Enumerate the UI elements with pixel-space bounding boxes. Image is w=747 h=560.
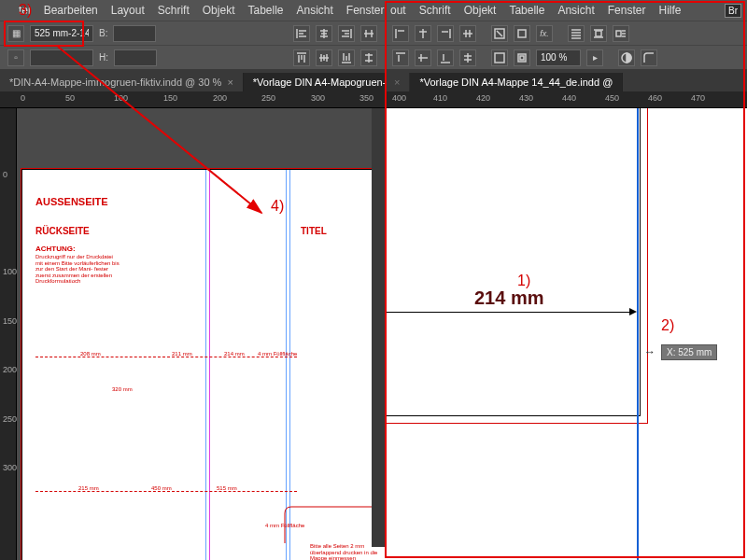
annotation-number: 2) xyxy=(661,317,674,334)
menu-item[interactable]: Objekt xyxy=(203,4,235,17)
wrap-icon[interactable] xyxy=(613,25,629,42)
valign-icon[interactable] xyxy=(392,49,409,66)
guide[interactable] xyxy=(205,170,206,560)
fit-icon[interactable] xyxy=(491,49,508,66)
width-label: B: xyxy=(99,28,107,38)
scrollbar-vertical[interactable] xyxy=(372,108,385,547)
page-note: Druckzugriff nur der Druckdatei mit eine… xyxy=(35,254,120,285)
align-icon[interactable] xyxy=(415,25,431,42)
opacity-icon[interactable] xyxy=(618,49,635,66)
arrowhead-icon xyxy=(629,308,637,315)
menu-item[interactable]: Fenster xyxy=(608,4,646,17)
zoom-input[interactable] xyxy=(536,49,581,66)
menu-item[interactable]: Schrift xyxy=(419,4,451,17)
coordinate-tooltip: X: 525 mm xyxy=(661,344,717,360)
move-cursor-icon: ↔ xyxy=(644,345,655,358)
canvas-right[interactable]: 214 mm ↔ X: 525 mm xyxy=(385,108,747,560)
canvas-left[interactable]: 0 100 150 200 250 300 AUSSENSEITE RÜCKS xyxy=(0,108,385,560)
control-bar-row2: ▫ H: xyxy=(0,45,385,69)
control-bar-row1-right: fx. xyxy=(385,21,747,45)
align-center-icon[interactable] xyxy=(316,25,332,42)
valign-icon[interactable] xyxy=(415,49,431,66)
dist-icon[interactable] xyxy=(459,25,476,42)
menu-item[interactable]: out xyxy=(390,4,406,17)
menu-item[interactable]: Ansicht xyxy=(297,4,333,17)
annotation-number: 3) xyxy=(19,2,32,19)
page-label: ACHTUNG: xyxy=(35,245,76,253)
menu-item[interactable]: Ansicht xyxy=(557,4,594,17)
document-tabs-left: *DIN-A4-Mappe-immogruen-fiktiv.indd @ 30… xyxy=(0,69,385,91)
bleed-frame xyxy=(21,168,385,171)
width-input[interactable] xyxy=(113,25,156,42)
ref-icon[interactable]: ▫ xyxy=(7,49,24,66)
guide[interactable] xyxy=(289,170,290,560)
close-icon[interactable]: × xyxy=(394,77,400,88)
fit-icon[interactable] xyxy=(514,49,530,66)
guide[interactable] xyxy=(286,170,287,560)
x-position-input[interactable] xyxy=(30,25,93,42)
document-tab[interactable]: *DIN-A4-Mappe-immogruen-fiktiv.indd @ 30… xyxy=(0,73,244,91)
ruler-horizontal[interactable]: 0 50 100 150 200 250 300 350 xyxy=(0,91,385,108)
svg-rect-1 xyxy=(518,30,526,37)
menu-item[interactable]: Schrift xyxy=(158,4,190,17)
align-left-icon[interactable] xyxy=(293,25,310,42)
menu-bar-left: tei Bearbeiten Layout Schrift Objekt Tab… xyxy=(0,0,385,21)
select-container-icon[interactable] xyxy=(491,25,508,42)
wrap-icon[interactable] xyxy=(590,25,607,42)
document-tab[interactable]: *Vorlage DIN A4-Mappe 14_44_de.indd @ xyxy=(410,73,623,91)
svg-rect-2 xyxy=(596,31,601,36)
tab-label: *Vorlage DIN A4-Mappe 14_44_de.indd @ xyxy=(419,77,613,88)
wrap-icon[interactable] xyxy=(568,25,585,42)
measure-value: 214 mm xyxy=(474,287,544,309)
page-label: AUSSENSEITE xyxy=(35,196,108,207)
selected-guide[interactable] xyxy=(637,108,639,560)
document-tab[interactable]: *Vorlage DIN A4-Mapogruen-fiktiv.indd @ … xyxy=(244,73,385,91)
menu-item[interactable]: Tabelle xyxy=(509,4,544,17)
guide[interactable] xyxy=(209,170,210,560)
svg-rect-5 xyxy=(518,54,526,62)
tab-label: *DIN-A4-Mappe-immogruen-fiktiv.indd @ 30… xyxy=(9,77,221,88)
y-position-input[interactable] xyxy=(30,49,93,66)
play-icon[interactable]: ▸ xyxy=(586,49,603,66)
vdist-icon[interactable] xyxy=(459,49,476,66)
corner-icon[interactable] xyxy=(641,49,657,66)
distribute-icon[interactable] xyxy=(360,25,377,42)
svg-rect-3 xyxy=(616,31,621,36)
close-icon[interactable]: × xyxy=(227,77,233,88)
svg-rect-6 xyxy=(520,56,524,60)
align-right-icon[interactable] xyxy=(338,25,355,42)
menu-item[interactable]: Layout xyxy=(111,4,145,17)
vcenter-icon[interactable] xyxy=(316,49,332,66)
dashed-guide xyxy=(35,357,297,357)
menu-item[interactable]: Hilfe xyxy=(658,4,681,17)
menu-item[interactable]: Fenster xyxy=(346,4,385,17)
vbottom-icon[interactable] xyxy=(338,49,355,66)
vtop-icon[interactable] xyxy=(293,49,310,66)
menu-item[interactable]: Objekt xyxy=(464,4,497,17)
menu-item[interactable]: Bearbeiten xyxy=(44,4,98,17)
reference-point-icon[interactable]: ▦ xyxy=(7,25,24,42)
tab-label: *Vorlage DIN A4-Mapogruen-fiktiv.indd @ … xyxy=(253,77,385,88)
fx-icon[interactable]: fx. xyxy=(536,25,553,42)
annotation-number: 1) xyxy=(517,273,530,289)
dist-v-icon[interactable] xyxy=(360,49,377,66)
dashed-guide xyxy=(35,491,297,492)
height-input[interactable] xyxy=(114,49,157,66)
control-bar-row1: ▦ B: xyxy=(0,21,385,45)
select-content-icon[interactable] xyxy=(514,25,530,42)
bleed-frame xyxy=(21,168,23,560)
svg-rect-4 xyxy=(495,53,504,63)
height-label: H: xyxy=(99,52,108,63)
document-tab[interactable]: × xyxy=(385,73,410,91)
align-icon[interactable] xyxy=(392,25,409,42)
measure-line xyxy=(385,312,635,313)
ruler-vertical[interactable]: 0 100 150 200 250 300 xyxy=(0,108,17,560)
ruler-horizontal-right[interactable]: 400 410 420 430 440 450 460 470 xyxy=(385,91,747,108)
bridge-badge[interactable]: Br xyxy=(725,4,741,18)
page-label: RÜCKSEITE xyxy=(35,226,90,236)
valign-icon[interactable] xyxy=(437,49,454,66)
menu-item[interactable]: Tabelle xyxy=(247,4,283,17)
document-tabs-right: × *Vorlage DIN A4-Mappe 14_44_de.indd @ xyxy=(385,69,747,91)
annotation-number: 4) xyxy=(271,198,284,215)
align-icon[interactable] xyxy=(437,25,454,42)
